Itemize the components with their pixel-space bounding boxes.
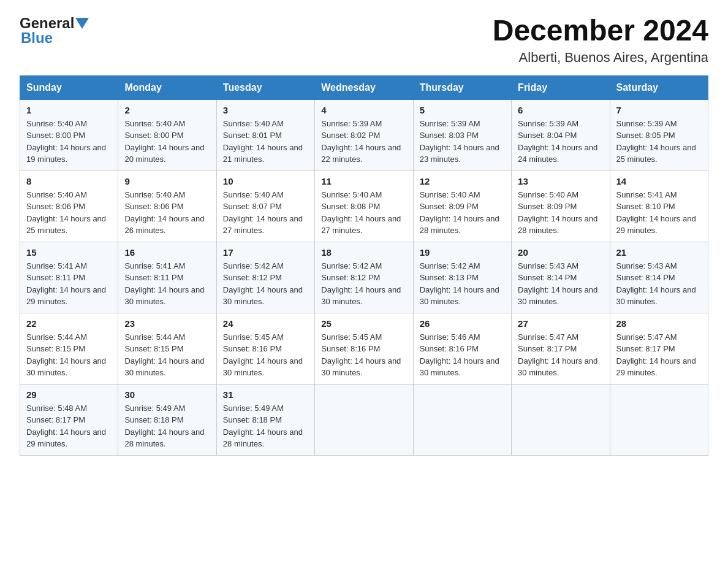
day-number: 22 — [26, 318, 112, 329]
calendar-header: SundayMondayTuesdayWednesdayThursdayFrid… — [20, 75, 708, 99]
day-number: 2 — [124, 105, 210, 115]
calendar-table: SundayMondayTuesdayWednesdayThursdayFrid… — [20, 75, 708, 456]
day-info: Sunrise: 5:39 AMSunset: 8:04 PMDaylight:… — [518, 119, 597, 164]
day-info: Sunrise: 5:46 AMSunset: 8:16 PMDaylight:… — [420, 332, 499, 378]
day-number: 10 — [223, 176, 308, 186]
calendar-cell: 25 Sunrise: 5:45 AMSunset: 8:16 PMDaylig… — [315, 313, 413, 384]
calendar-cell: 27 Sunrise: 5:47 AMSunset: 8:17 PMDaylig… — [512, 313, 610, 384]
day-number: 12 — [420, 176, 505, 186]
day-number: 1 — [26, 105, 112, 115]
day-info: Sunrise: 5:49 AMSunset: 8:18 PMDaylight:… — [124, 404, 204, 449]
calendar-cell: 24 Sunrise: 5:45 AMSunset: 8:16 PMDaylig… — [216, 313, 314, 384]
calendar-cell — [610, 384, 708, 455]
calendar-cell: 9 Sunrise: 5:40 AMSunset: 8:06 PMDayligh… — [118, 170, 216, 242]
calendar-cell: 30 Sunrise: 5:49 AMSunset: 8:18 PMDaylig… — [118, 384, 216, 455]
day-number: 27 — [518, 318, 603, 329]
calendar-cell: 11 Sunrise: 5:40 AMSunset: 8:08 PMDaylig… — [315, 170, 413, 242]
day-number: 26 — [420, 318, 505, 329]
day-number: 8 — [26, 176, 112, 186]
calendar-cell: 4 Sunrise: 5:39 AMSunset: 8:02 PMDayligh… — [315, 99, 413, 170]
day-info: Sunrise: 5:39 AMSunset: 8:03 PMDaylight:… — [420, 119, 499, 164]
calendar-cell: 20 Sunrise: 5:43 AMSunset: 8:14 PMDaylig… — [512, 242, 610, 313]
svg-marker-0 — [75, 18, 89, 29]
day-number: 17 — [223, 247, 308, 258]
day-info: Sunrise: 5:47 AMSunset: 8:17 PMDaylight:… — [616, 332, 696, 378]
day-number: 15 — [26, 247, 112, 258]
day-number: 24 — [223, 318, 308, 329]
day-info: Sunrise: 5:40 AMSunset: 8:09 PMDaylight:… — [420, 190, 499, 236]
day-number: 9 — [124, 176, 210, 186]
day-info: Sunrise: 5:40 AMSunset: 8:08 PMDaylight:… — [321, 190, 401, 236]
day-number: 7 — [616, 105, 702, 115]
col-header-tuesday: Tuesday — [216, 75, 314, 99]
day-number: 28 — [616, 318, 702, 329]
calendar-cell: 7 Sunrise: 5:39 AMSunset: 8:05 PMDayligh… — [610, 99, 708, 170]
day-info: Sunrise: 5:41 AMSunset: 8:10 PMDaylight:… — [616, 190, 696, 236]
day-number: 20 — [518, 247, 603, 258]
day-info: Sunrise: 5:44 AMSunset: 8:15 PMDaylight:… — [26, 332, 106, 378]
day-number: 14 — [616, 176, 702, 186]
day-number: 23 — [124, 318, 210, 329]
day-info: Sunrise: 5:41 AMSunset: 8:11 PMDaylight:… — [26, 261, 106, 307]
day-info: Sunrise: 5:43 AMSunset: 8:14 PMDaylight:… — [616, 261, 696, 307]
calendar-cell: 3 Sunrise: 5:40 AMSunset: 8:01 PMDayligh… — [216, 99, 314, 170]
logo-arrow-icon — [75, 18, 89, 30]
day-number: 19 — [420, 247, 505, 258]
calendar-body: 1 Sunrise: 5:40 AMSunset: 8:00 PMDayligh… — [20, 99, 708, 455]
day-number: 13 — [518, 176, 603, 186]
week-row-2: 8 Sunrise: 5:40 AMSunset: 8:06 PMDayligh… — [20, 170, 708, 242]
day-number: 16 — [124, 247, 210, 258]
day-info: Sunrise: 5:41 AMSunset: 8:11 PMDaylight:… — [124, 261, 204, 307]
day-info: Sunrise: 5:40 AMSunset: 8:07 PMDaylight:… — [223, 190, 303, 236]
calendar-cell: 29 Sunrise: 5:48 AMSunset: 8:17 PMDaylig… — [20, 384, 118, 455]
col-header-saturday: Saturday — [610, 75, 708, 99]
calendar-cell: 5 Sunrise: 5:39 AMSunset: 8:03 PMDayligh… — [413, 99, 511, 170]
calendar-cell: 10 Sunrise: 5:40 AMSunset: 8:07 PMDaylig… — [216, 170, 314, 242]
calendar-cell: 16 Sunrise: 5:41 AMSunset: 8:11 PMDaylig… — [118, 242, 216, 313]
day-info: Sunrise: 5:49 AMSunset: 8:18 PMDaylight:… — [223, 404, 303, 449]
calendar-cell: 18 Sunrise: 5:42 AMSunset: 8:12 PMDaylig… — [315, 242, 413, 313]
calendar-cell: 21 Sunrise: 5:43 AMSunset: 8:14 PMDaylig… — [610, 242, 708, 313]
day-info: Sunrise: 5:39 AMSunset: 8:02 PMDaylight:… — [321, 119, 401, 164]
calendar-cell: 14 Sunrise: 5:41 AMSunset: 8:10 PMDaylig… — [610, 170, 708, 242]
calendar-cell: 2 Sunrise: 5:40 AMSunset: 8:00 PMDayligh… — [118, 99, 216, 170]
day-info: Sunrise: 5:40 AMSunset: 8:00 PMDaylight:… — [26, 119, 106, 164]
day-number: 6 — [518, 105, 603, 115]
day-number: 21 — [616, 247, 702, 258]
day-number: 5 — [420, 105, 505, 115]
month-title: December 2024 — [493, 15, 708, 47]
day-info: Sunrise: 5:40 AMSunset: 8:00 PMDaylight:… — [124, 119, 204, 164]
location-title: Alberti, Buenos Aires, Argentina — [493, 50, 708, 66]
title-section: December 2024 Alberti, Buenos Aires, Arg… — [493, 15, 708, 66]
calendar-cell: 1 Sunrise: 5:40 AMSunset: 8:00 PMDayligh… — [20, 99, 118, 170]
day-info: Sunrise: 5:40 AMSunset: 8:09 PMDaylight:… — [518, 190, 597, 236]
logo-blue-text: Blue — [21, 29, 53, 47]
day-number: 4 — [321, 105, 406, 115]
day-info: Sunrise: 5:39 AMSunset: 8:05 PMDaylight:… — [616, 119, 696, 164]
col-header-monday: Monday — [118, 75, 216, 99]
logo: General Blue — [20, 15, 89, 47]
calendar-cell: 6 Sunrise: 5:39 AMSunset: 8:04 PMDayligh… — [512, 99, 610, 170]
calendar-cell: 23 Sunrise: 5:44 AMSunset: 8:15 PMDaylig… — [118, 313, 216, 384]
day-number: 3 — [223, 105, 308, 115]
day-info: Sunrise: 5:40 AMSunset: 8:06 PMDaylight:… — [26, 190, 106, 236]
day-info: Sunrise: 5:42 AMSunset: 8:13 PMDaylight:… — [420, 261, 499, 307]
day-info: Sunrise: 5:45 AMSunset: 8:16 PMDaylight:… — [223, 332, 303, 378]
day-number: 31 — [223, 389, 308, 400]
col-header-sunday: Sunday — [20, 75, 118, 99]
week-row-4: 22 Sunrise: 5:44 AMSunset: 8:15 PMDaylig… — [20, 313, 708, 384]
calendar-cell — [315, 384, 413, 455]
day-number: 18 — [321, 247, 406, 258]
calendar-cell: 26 Sunrise: 5:46 AMSunset: 8:16 PMDaylig… — [413, 313, 511, 384]
calendar-cell: 31 Sunrise: 5:49 AMSunset: 8:18 PMDaylig… — [216, 384, 314, 455]
day-number: 11 — [321, 176, 406, 186]
day-info: Sunrise: 5:45 AMSunset: 8:16 PMDaylight:… — [321, 332, 401, 378]
col-header-friday: Friday — [512, 75, 610, 99]
calendar-cell: 15 Sunrise: 5:41 AMSunset: 8:11 PMDaylig… — [20, 242, 118, 313]
day-info: Sunrise: 5:47 AMSunset: 8:17 PMDaylight:… — [518, 332, 597, 378]
week-row-1: 1 Sunrise: 5:40 AMSunset: 8:00 PMDayligh… — [20, 99, 708, 170]
calendar-cell — [413, 384, 511, 455]
week-row-5: 29 Sunrise: 5:48 AMSunset: 8:17 PMDaylig… — [20, 384, 708, 455]
day-info: Sunrise: 5:40 AMSunset: 8:06 PMDaylight:… — [124, 190, 204, 236]
day-info: Sunrise: 5:43 AMSunset: 8:14 PMDaylight:… — [518, 261, 597, 307]
